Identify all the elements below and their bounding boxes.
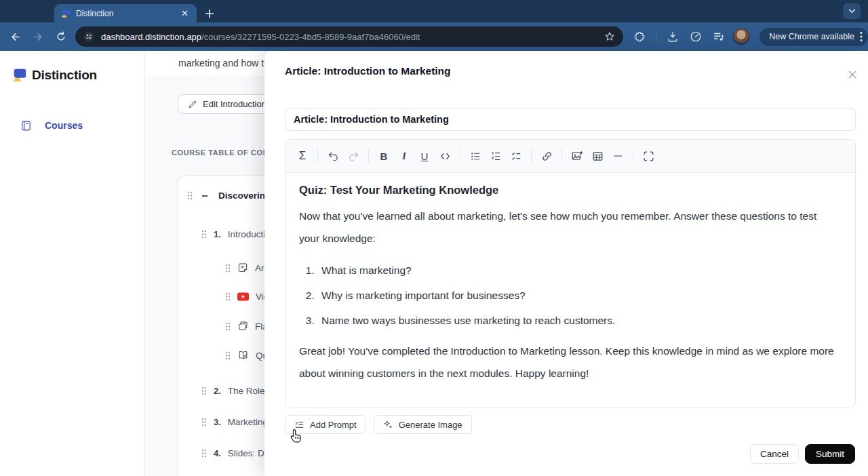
lesson-number: 4. <box>214 448 221 458</box>
toc-lesson-row[interactable]: 1. Introductio <box>201 229 271 239</box>
toolbar-actions: New Chrome available <box>630 27 868 46</box>
generate-image-button[interactable]: Generate Image <box>374 415 472 434</box>
bookmark-star-icon[interactable] <box>604 31 615 42</box>
sparkle-icon <box>383 420 393 430</box>
redo-icon[interactable] <box>344 147 362 165</box>
screen: Distinction dashboard.distinction.app/co… <box>0 0 868 476</box>
article-heading: Quiz: Test Your Marketing Knowledge <box>299 184 839 197</box>
underline-icon[interactable]: U <box>416 147 433 165</box>
lesson-title: Marketing <box>228 417 268 427</box>
tab-title: Distinction <box>76 9 174 18</box>
brand-name: Distinction <box>32 68 97 83</box>
editor-actions: Add Prompt Generate Image <box>285 415 472 434</box>
drag-handle-icon[interactable] <box>201 386 207 395</box>
submit-button[interactable]: Submit <box>805 444 855 464</box>
rich-text-editor[interactable]: Σ B I U <box>285 139 856 408</box>
brand[interactable]: Distinction <box>12 68 97 83</box>
address-bar[interactable]: dashboard.distinction.app/courses/322715… <box>75 26 623 47</box>
url-domain: dashboard.distinction.app <box>101 32 201 42</box>
toc-module-row[interactable]: Discovering <box>187 191 271 201</box>
table-icon[interactable] <box>589 147 606 165</box>
courses-book-icon <box>20 120 32 132</box>
code-icon[interactable] <box>436 147 454 165</box>
math-sigma-icon[interactable]: Σ <box>294 147 311 165</box>
toc-heading: COURSE TABLE OF CONT <box>172 148 274 157</box>
lesson-number: 1. <box>214 229 221 239</box>
mouse-cursor <box>289 429 302 443</box>
extensions-puzzle-icon[interactable] <box>630 27 649 46</box>
favicon-distinction-icon <box>61 9 71 18</box>
site-settings-icon[interactable] <box>83 31 94 42</box>
url-text[interactable]: dashboard.distinction.app/courses/322715… <box>101 32 597 42</box>
drag-handle-icon[interactable] <box>201 230 207 239</box>
toolbar-separator <box>656 31 656 43</box>
sidebar-item-courses[interactable]: Courses <box>8 114 136 137</box>
article-title-input[interactable] <box>285 108 856 131</box>
drag-handle-icon[interactable] <box>225 351 231 360</box>
article-question-list: What is marketing? Why is marketing impo… <box>299 258 838 333</box>
drag-handle-icon[interactable] <box>225 264 231 273</box>
link-icon[interactable] <box>538 147 555 165</box>
cancel-button[interactable]: Cancel <box>750 444 799 464</box>
intro-text-fragment: marketing and how th <box>178 58 269 68</box>
reload-icon[interactable] <box>51 26 71 47</box>
kebab-menu-icon <box>860 31 863 42</box>
generate-image-label: Generate Image <box>399 420 462 430</box>
italic-icon[interactable]: I <box>395 147 413 165</box>
chrome-update-label: New Chrome available <box>769 32 854 41</box>
forward-icon[interactable] <box>28 26 49 47</box>
performance-icon[interactable] <box>686 27 705 46</box>
module-title: Discovering <box>218 191 271 201</box>
lesson-number: 3. <box>214 417 221 427</box>
modal-title: Article: Introduction to Marketing <box>285 65 451 77</box>
media-controls-icon[interactable] <box>709 27 728 46</box>
drag-handle-icon[interactable] <box>201 418 207 427</box>
tab-search-chevron-icon[interactable] <box>843 3 861 19</box>
drag-handle-icon[interactable] <box>201 449 207 458</box>
article-paragraph: Now that you've learned all about market… <box>299 205 838 250</box>
article-paragraph: Great job! You've completed the Introduc… <box>299 340 838 384</box>
horizontal-rule-icon[interactable] <box>609 147 627 165</box>
toc-lesson-row[interactable]: 4. Slides: Dis <box>201 448 271 458</box>
fullscreen-icon[interactable] <box>639 147 657 165</box>
app-sidebar: Distinction Courses <box>0 51 144 476</box>
back-icon[interactable] <box>5 26 26 47</box>
checklist-icon[interactable] <box>507 147 525 165</box>
tab-close-icon[interactable] <box>179 8 190 19</box>
add-prompt-label: Add Prompt <box>310 420 357 430</box>
sidebar-item-label: Courses <box>45 120 83 131</box>
editor-content[interactable]: Quiz: Test Your Marketing Knowledge Now … <box>285 173 852 384</box>
collapse-module-icon[interactable] <box>201 193 208 199</box>
video-youtube-icon <box>237 292 249 301</box>
bullet-list-icon[interactable] <box>467 147 484 165</box>
new-tab-button[interactable] <box>202 6 217 21</box>
article-icon <box>237 262 248 273</box>
profile-avatar[interactable] <box>732 28 750 45</box>
question-item: Why is marketing important for businesse… <box>317 283 838 308</box>
browser-tab-strip: Distinction <box>0 0 868 22</box>
drag-handle-icon[interactable] <box>187 191 193 200</box>
modal-close-icon[interactable] <box>845 67 860 82</box>
ordered-list-icon[interactable] <box>487 147 505 165</box>
toc-lesson-row[interactable]: 3. Marketing <box>201 417 268 427</box>
browser-toolbar: dashboard.distinction.app/courses/322715… <box>0 22 868 51</box>
insert-image-icon[interactable] <box>568 147 586 165</box>
edit-introduction-label: Edit Introduction <box>203 99 267 109</box>
undo-icon[interactable] <box>324 147 342 165</box>
question-item: Name two ways businesses use marketing t… <box>317 308 838 333</box>
quiz-icon <box>237 350 249 361</box>
bold-icon[interactable]: B <box>375 147 393 165</box>
toc-lesson-row[interactable]: 2. The Role o <box>201 386 273 396</box>
distinction-logo-icon <box>12 68 27 83</box>
browser-tab[interactable]: Distinction <box>54 4 197 22</box>
edit-article-modal: Article: Introduction to Marketing Σ B I… <box>264 51 868 476</box>
modal-footer: Cancel Submit <box>750 444 855 464</box>
chrome-update-button[interactable]: New Chrome available <box>760 28 868 46</box>
drag-handle-icon[interactable] <box>225 322 231 331</box>
downloads-icon[interactable] <box>663 27 682 46</box>
pencil-icon <box>188 100 197 109</box>
url-path: /courses/32271595-0223-4bd5-8589-9aaf7ba… <box>201 32 420 42</box>
drag-handle-icon[interactable] <box>225 292 231 301</box>
question-item: What is marketing? <box>317 258 838 283</box>
edit-introduction-button[interactable]: Edit Introduction <box>178 94 277 114</box>
